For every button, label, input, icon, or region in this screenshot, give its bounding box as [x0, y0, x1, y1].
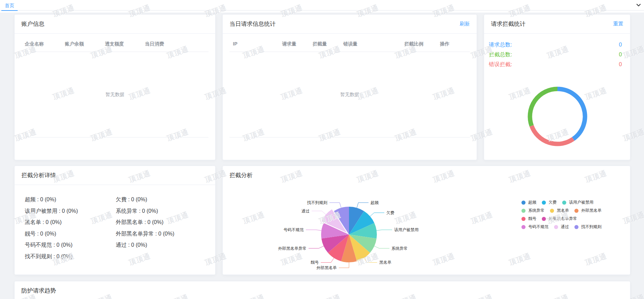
- legend-row: 号码不规范通过找不到规则: [521, 224, 630, 230]
- tabs-dropdown-button[interactable]: [635, 1, 642, 9]
- legend-item[interactable]: 该用户被禁用: [562, 200, 593, 205]
- today-card-title: 当日请求信息统计: [229, 20, 276, 28]
- legend-dot-icon: [550, 209, 554, 213]
- stat-row: 错误拦截:0: [489, 59, 622, 69]
- detail-stat: 通过 : 0 (0%): [116, 239, 215, 251]
- tab-home[interactable]: 首页: [1, 1, 18, 11]
- legend-item[interactable]: 找不到规则: [574, 224, 602, 230]
- legend-dot-icon: [574, 209, 578, 213]
- intercept-analysis-card: 拦截分析 超频欠费该用户被禁用系统异常黑名单外部黑名单靓号外部黑名单异常号码不规…: [222, 166, 630, 275]
- donut-segment[interactable]: [557, 89, 585, 139]
- column-header: 当日消费: [142, 41, 208, 47]
- column-header: 账户余额: [61, 41, 102, 47]
- legend-item[interactable]: 外部黑名单: [574, 208, 602, 213]
- legend-label: 靓号: [528, 216, 536, 222]
- legend-item[interactable]: 黑名单: [550, 208, 569, 213]
- account-card-title: 账户信息: [21, 20, 44, 28]
- today-table-header: IP请求量拦截量错误量拦截比例操作: [229, 41, 470, 52]
- legend-item[interactable]: 号码不规范: [521, 224, 549, 230]
- stat-row: 请求总数:0: [489, 40, 622, 50]
- column-header: 操作: [437, 41, 470, 47]
- pie-label: 找不到规则: [307, 200, 327, 205]
- account-info-card: 账户信息 企业名称账户余额透支额度当日消费 暂无数据: [14, 14, 216, 160]
- column-header: 透支额度: [102, 41, 142, 47]
- today-request-stats-card: 当日请求信息统计 刷新 IP请求量拦截量错误量拦截比例操作 暂无数据: [222, 14, 477, 160]
- legend-item[interactable]: 系统异常: [521, 208, 545, 213]
- pie-label: 外部黑名单: [316, 265, 337, 270]
- legend-label: 该用户被禁用: [569, 200, 593, 205]
- stat-value: 0: [619, 59, 622, 69]
- pie-label-line: [321, 258, 334, 262]
- pie-label-line: [306, 230, 321, 230]
- legend-item[interactable]: 靓号: [521, 216, 536, 222]
- detail-stat: 找不到规则 : 0 (0%): [25, 251, 116, 262]
- pie-label-line: [364, 258, 377, 262]
- stat-row: 拦截总数:0: [489, 50, 622, 59]
- pie-label-line: [339, 262, 349, 268]
- legend-item[interactable]: 通过: [554, 224, 569, 230]
- tab-bar-divider: [0, 10, 644, 11]
- legend-item[interactable]: 欠费: [542, 200, 557, 205]
- refresh-button[interactable]: 刷新: [460, 21, 470, 27]
- column-header: 拦截量: [309, 41, 340, 47]
- donut-segment[interactable]: [530, 89, 557, 126]
- intercept-totals: 请求总数:0拦截总数:0错误拦截:0: [484, 34, 630, 69]
- column-header: 错误量: [340, 41, 401, 47]
- pie-label-line: [374, 246, 390, 248]
- legend-dot-icon: [521, 201, 526, 205]
- stat-value: 0: [619, 50, 622, 59]
- intercept-detail-title: 拦截分析详情: [21, 171, 56, 179]
- pie-label-line: [312, 211, 326, 215]
- detail-stat: 欠費 : 0 (0%): [116, 194, 215, 205]
- detail-stat: 超频 : 0 (0%): [25, 194, 116, 205]
- column-header: IP: [229, 41, 279, 47]
- detail-stat: 黑名单 : 0 (0%): [25, 217, 116, 228]
- intercept-donut-chart[interactable]: [484, 76, 630, 154]
- pie-label: 欠费: [386, 210, 394, 215]
- trend-card-title: 防护请求趋势: [21, 287, 56, 295]
- account-empty-text: 暂无数据: [21, 52, 208, 137]
- legend-item[interactable]: 外部黑名单异常: [542, 216, 577, 222]
- legend-item[interactable]: 超频: [521, 200, 536, 205]
- legend-dot-icon: [574, 225, 578, 229]
- today-empty-text: 暂无数据: [229, 52, 470, 137]
- pie-label: 外部黑名单异常: [278, 246, 307, 251]
- pie-label-line: [357, 203, 369, 208]
- reset-button[interactable]: 重置: [613, 21, 623, 27]
- stat-label: 拦截总数:: [489, 50, 512, 59]
- donut-segment[interactable]: [532, 126, 573, 144]
- legend-label: 系统异常: [528, 208, 545, 213]
- stat-label: 错误拦截:: [489, 59, 512, 69]
- legend-dot-icon: [542, 217, 546, 221]
- pie-label: 通过: [301, 209, 310, 213]
- chevron-down-icon: [636, 2, 642, 8]
- legend-dot-icon: [542, 201, 546, 205]
- detail-column-right: 欠費 : 0 (0%)系统异常 : 0 (0%)外部黑名单 : 0 (0%)外部…: [116, 194, 215, 262]
- pie-label-line: [309, 246, 324, 248]
- tab-bar: 首页: [0, 0, 644, 13]
- legend-label: 黑名单: [557, 208, 569, 213]
- legend-dot-icon: [562, 201, 566, 205]
- detail-stat: 靓号 : 0 (0%): [25, 228, 116, 240]
- legend-row: 靓号外部黑名单异常: [521, 216, 630, 222]
- pie-label-line: [370, 213, 384, 217]
- column-header: 拦截比例: [401, 41, 437, 47]
- column-header: 请求量: [279, 41, 309, 47]
- legend-label: 外部黑名单: [581, 208, 602, 213]
- legend-label: 号码不规范: [528, 224, 549, 230]
- legend-row: 超频欠费该用户被禁用: [521, 200, 630, 205]
- pie-label-line: [329, 203, 341, 208]
- intercept-stats-title: 请求拦截统计: [491, 20, 526, 28]
- detail-stat: 号码不规范 : 0 (0%): [25, 239, 116, 251]
- legend-label: 找不到规则: [581, 224, 602, 230]
- legend-label: 欠费: [549, 200, 557, 205]
- pie-label: 黑名单: [379, 260, 391, 265]
- pie-label: 超频: [371, 200, 379, 205]
- trend-card: 防护请求趋势: [14, 281, 630, 299]
- account-table-header: 企业名称账户余额透支额度当日消费: [21, 41, 208, 52]
- detail-stat: 外部黑名单异常 : 0 (0%): [116, 228, 215, 240]
- legend-label: 外部黑名单异常: [549, 216, 577, 222]
- pie-label: 靓号: [311, 260, 319, 265]
- detail-stat: 外部黑名单 : 0 (0%): [116, 217, 215, 228]
- legend-dot-icon: [521, 225, 526, 229]
